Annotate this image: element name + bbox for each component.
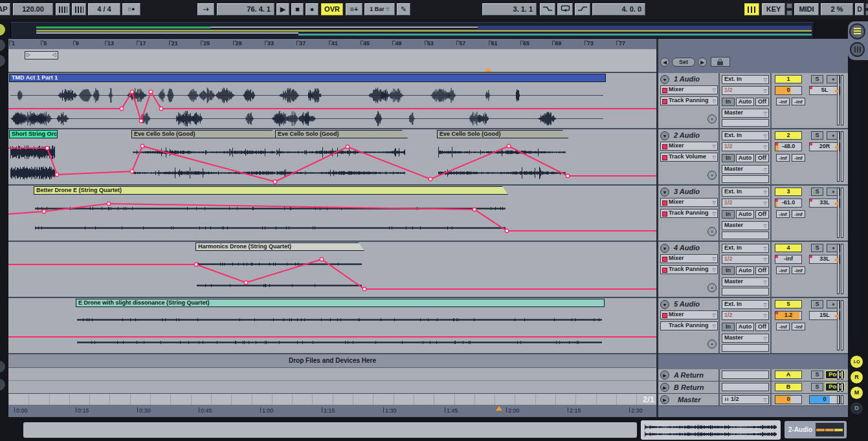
add-automation-lane-button[interactable]: + (707, 171, 717, 180)
output-channel-box[interactable] (722, 344, 769, 352)
control-chooser[interactable]: Track Panning▽ (660, 209, 718, 218)
input-type-select[interactable]: Ext. In▽ (722, 244, 769, 253)
device-chooser[interactable]: Mixer▽ (660, 85, 718, 94)
pan-box[interactable]: 33L◀ (809, 199, 840, 208)
scrub-area[interactable]: ▷◁ (8, 49, 656, 73)
output-channel-box[interactable] (722, 119, 769, 127)
set-locator-button[interactable]: Set (672, 58, 695, 67)
clip-title[interactable]: Better Drone E (String Quartet) (34, 186, 508, 195)
tap-tempo-button[interactable]: AP (0, 3, 10, 16)
track-activator[interactable]: 3 (775, 188, 802, 196)
arrangement-overview[interactable] (10, 22, 814, 39)
track-header[interactable]: ▼ 3 Audio Mixer▽ Track Panning▽ + Ext. I… (658, 186, 848, 242)
loop-end-marker[interactable]: ◁ (52, 52, 56, 58)
session-view-icon[interactable] (850, 42, 865, 57)
monitor-off-button[interactable]: Off (755, 154, 769, 162)
overdub-button[interactable]: OVR (321, 3, 343, 16)
monitor-in-button[interactable]: In (722, 210, 735, 219)
returns-section-toggle[interactable]: R (851, 371, 863, 383)
output-channel-box[interactable] (722, 231, 769, 239)
add-automation-lane-button[interactable]: + (707, 283, 717, 292)
cue-output-select[interactable]: ii 1/2▽ (722, 395, 769, 404)
loop-length-field[interactable]: 4. 0. 0 (592, 3, 645, 16)
track-activator[interactable]: 5 (775, 300, 802, 308)
device-chooser[interactable]: Mixer▽ (660, 310, 718, 319)
io-section-toggle[interactable]: I-O (851, 356, 863, 368)
solo-button[interactable]: S (811, 244, 823, 252)
scroll-down-icon[interactable] (852, 343, 862, 349)
tempo-field[interactable]: 120.00 (13, 3, 53, 16)
solo-button[interactable]: S (811, 131, 823, 140)
arrangement-position-field[interactable]: 76. 4. 1 (217, 3, 274, 16)
meter-peak-left[interactable]: -inf (776, 266, 790, 274)
track-header[interactable]: ▼ 4 Audio Mixer▽ Track Panning▽ + Ext. I… (658, 242, 848, 298)
cpu-meter[interactable]: 2 % (821, 3, 853, 16)
add-automation-lane-button[interactable]: + (707, 227, 717, 236)
meter-peak-right[interactable]: -inf (792, 98, 805, 105)
monitor-off-button[interactable]: Off (755, 210, 769, 219)
meter-peak-left[interactable]: -inf (776, 323, 790, 330)
output-select[interactable]: Master▽ (722, 221, 769, 230)
track-activator[interactable]: 2 (775, 131, 802, 140)
master-volume-box[interactable]: 0 (775, 395, 802, 404)
monitor-auto-button[interactable]: Auto (736, 323, 754, 331)
punch-out-icon[interactable] (575, 3, 590, 16)
output-select[interactable]: Master▽ (722, 109, 769, 118)
volume-box[interactable]: -inf (775, 255, 802, 264)
track-activator[interactable]: B (775, 383, 802, 391)
input-channel-select[interactable]: 1/2▽ (722, 86, 769, 95)
meter-peak-left[interactable]: -inf (776, 154, 790, 162)
return-track-header[interactable]: ▶ B Return B S Post (658, 382, 848, 394)
monitor-auto-button[interactable]: Auto (736, 266, 754, 275)
volume-box[interactable]: -61.0 (775, 199, 802, 208)
clip-title[interactable]: Eve Cello Solo (Good) (437, 130, 568, 138)
control-chooser[interactable]: Track Panning▽ (660, 321, 718, 330)
input-type-select[interactable]: Ext. In▽ (722, 131, 769, 140)
loop-brace[interactable]: ▷◁ (25, 51, 58, 59)
fold-track-icon[interactable]: ▼ (660, 244, 669, 253)
record-button[interactable]: ● (306, 3, 318, 16)
input-type-select[interactable]: Ext. In▽ (722, 188, 769, 197)
meter-peak-right[interactable]: -inf (792, 210, 805, 218)
disk-overload-indicator[interactable]: D (855, 3, 864, 16)
track-name[interactable]: 1 Audio (674, 75, 700, 83)
delay-section-toggle[interactable]: D (851, 402, 863, 414)
beat-time-ruler[interactable]: 1591317212529333741454953576165697377 (8, 39, 656, 49)
device-chooser[interactable]: Mixer▽ (660, 198, 718, 207)
solo-button[interactable]: S (811, 188, 823, 196)
track-name[interactable]: 5 Audio (674, 300, 700, 308)
loop-start-marker[interactable]: ▷ (27, 52, 30, 58)
pan-box[interactable]: 15L◀ (809, 311, 840, 320)
scrollbar[interactable] (852, 67, 861, 341)
volume-box[interactable]: 1.2 (775, 311, 802, 320)
monitor-in-button[interactable]: In (722, 266, 735, 275)
input-type-select[interactable]: Ext. In▽ (722, 300, 769, 309)
fold-track-icon[interactable]: ▼ (660, 300, 669, 309)
time-signature-field[interactable]: 4 / 4 (88, 3, 120, 16)
punch-in-icon[interactable] (540, 3, 555, 16)
clip-overview[interactable] (641, 420, 781, 440)
clip-title[interactable]: Eve Cello Solo (Good) (275, 130, 408, 138)
pan-box[interactable]: 33L◀ (809, 255, 840, 264)
solo-button[interactable]: S (811, 371, 823, 379)
monitor-auto-button[interactable]: Auto (736, 98, 754, 106)
metronome-icon[interactable]: ○● (122, 3, 140, 16)
control-chooser[interactable]: Track Panning▽ (660, 265, 718, 274)
solo-button[interactable]: S (811, 75, 823, 83)
clip-title[interactable]: Harmonics Drone (String Quartet) (195, 242, 364, 251)
solo-button[interactable]: S (811, 383, 823, 391)
track-activator[interactable]: 1 (775, 75, 802, 83)
follow-button[interactable]: ⇢ (197, 3, 214, 16)
left-rail-button[interactable] (0, 24, 5, 36)
track-header[interactable]: ▼ 2 Audio Mixer▽ Track Volume▽ + Ext. In… (658, 129, 848, 186)
clip-title[interactable]: E Drone with slight dissonance (String Q… (76, 299, 605, 307)
track-activator[interactable]: 4 (775, 244, 802, 252)
left-rail-button[interactable] (0, 361, 5, 372)
track-name[interactable]: 2 Audio (674, 131, 700, 139)
left-rail-button[interactable] (0, 379, 5, 391)
track-header[interactable]: ▼ 5 Audio Mixer▽ Track Panning▽ + Ext. I… (658, 298, 848, 354)
meter-peak-left[interactable]: -inf (776, 98, 790, 105)
master-pan-box[interactable]: 0 (809, 395, 840, 404)
control-chooser[interactable]: Track Volume▽ (660, 153, 718, 162)
master-track-header[interactable]: ▶ Master ii 1/2▽ 0 0 (658, 394, 848, 406)
